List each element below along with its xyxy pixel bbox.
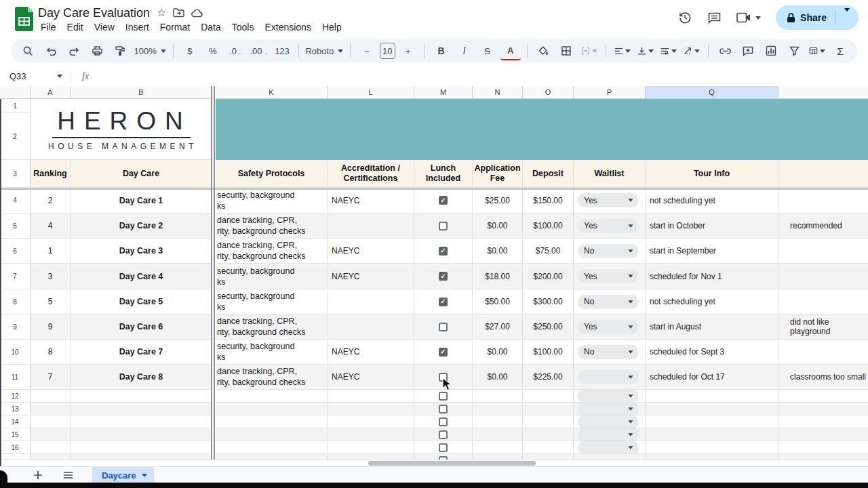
cell-P14[interactable] — [574, 415, 646, 428]
fill-color-icon[interactable] — [533, 42, 553, 60]
cell-note-4[interactable] — [778, 188, 868, 214]
cell-daycare-8[interactable]: Day Care 5 — [71, 289, 212, 314]
cell-deposit-5[interactable]: $100.00 — [523, 214, 574, 239]
cell-deposit-9[interactable]: $250.00 — [523, 314, 574, 340]
row-header-2[interactable]: 2 — [0, 113, 31, 160]
cell-L13[interactable] — [328, 403, 414, 415]
meet-caret-icon[interactable] — [755, 16, 761, 20]
cell-L12[interactable] — [328, 390, 414, 403]
cell-tour-7[interactable]: scheduled for Nov 1 — [646, 264, 778, 289]
header-cell-A[interactable]: Ranking — [31, 160, 71, 188]
bold-button[interactable]: B — [431, 42, 452, 60]
menu-item-help[interactable]: Help — [317, 20, 347, 34]
column-header-L[interactable]: L — [328, 86, 414, 99]
cell-safety-5[interactable]: dance tracking, CPR, rity, background ch… — [216, 214, 328, 239]
cell-B13[interactable] — [71, 403, 212, 415]
cell-accreditation-8[interactable] — [328, 289, 414, 314]
cell-Q12[interactable] — [646, 390, 778, 403]
cell-O13[interactable] — [523, 403, 574, 415]
cell-ranking-10[interactable]: 8 — [31, 340, 71, 365]
cell-B14[interactable] — [71, 415, 212, 428]
cell-safety-10[interactable]: security, background ks — [216, 340, 328, 365]
cell-K14[interactable] — [216, 415, 328, 428]
cell-A16[interactable] — [31, 441, 71, 454]
more-formats-button[interactable]: 123 — [272, 42, 292, 60]
format-currency-button[interactable]: $ — [180, 42, 200, 60]
cell-A17[interactable] — [31, 454, 71, 460]
cell-A13[interactable] — [31, 403, 71, 415]
cell-note-7[interactable] — [778, 264, 868, 289]
waitlist-dropdown[interactable] — [578, 441, 639, 454]
horizontal-scrollbar-thumb[interactable] — [368, 461, 536, 466]
menu-item-insert[interactable]: Insert — [120, 20, 155, 34]
cell-O12[interactable] — [523, 390, 574, 403]
spreadsheet-grid[interactable]: ABKLMNOPQHERONHOUSE MANAGEMENT1234567891… — [0, 86, 868, 460]
cell-tour-5[interactable]: start in October — [646, 214, 778, 239]
menu-item-edit[interactable]: Edit — [62, 20, 89, 34]
cell-ranking-6[interactable]: 1 — [31, 239, 71, 264]
cell-deposit-11[interactable]: $225.00 — [523, 365, 574, 390]
cell-fee-10[interactable]: $0.00 — [473, 340, 523, 365]
share-caret-icon[interactable] — [835, 12, 859, 24]
cell-R16[interactable] — [778, 441, 868, 454]
cell-M15[interactable] — [414, 428, 473, 441]
cell-P12[interactable] — [574, 390, 646, 403]
waitlist-dropdown[interactable] — [578, 370, 639, 384]
version-history-icon[interactable] — [677, 10, 692, 25]
column-header-A[interactable]: A — [31, 86, 71, 99]
cell-deposit-6[interactable]: $75.00 — [523, 239, 574, 264]
cell-safety-6[interactable]: dance tracking, CPR, rity, background ch… — [216, 239, 328, 264]
cell-Q15[interactable] — [646, 428, 778, 441]
increase-decimal-button[interactable]: .00→ — [249, 42, 269, 60]
cloud-saved-icon[interactable] — [191, 9, 203, 18]
cell-deposit-7[interactable]: $200.00 — [523, 264, 574, 289]
waitlist-dropdown[interactable]: No — [578, 295, 639, 309]
cell-R12[interactable] — [778, 390, 868, 403]
cell-N17[interactable] — [473, 454, 523, 460]
cell-accreditation-11[interactable]: NAEYC — [328, 365, 414, 390]
cell-R14[interactable] — [778, 415, 868, 428]
name-box-caret-icon[interactable] — [57, 75, 62, 78]
cell-fee-11[interactable]: $0.00 — [473, 365, 523, 390]
cell-fee-6[interactable]: $0.00 — [473, 239, 523, 264]
cell-A14[interactable] — [31, 415, 71, 428]
text-wrap-icon[interactable] — [658, 42, 679, 60]
header-cell-M[interactable]: LunchIncluded — [414, 160, 473, 188]
menu-item-extensions[interactable]: Extensions — [259, 20, 316, 34]
row-header-16[interactable]: 16 — [0, 441, 31, 454]
name-box[interactable]: Q33 — [0, 71, 68, 81]
row-header-6[interactable]: 6 — [0, 239, 31, 264]
cell-N14[interactable] — [473, 415, 523, 428]
sheets-logo-icon[interactable] — [15, 7, 33, 31]
cell-ranking-11[interactable]: 7 — [31, 365, 71, 390]
cell-lunch-7[interactable]: ✓ — [414, 264, 473, 289]
cell-safety-4[interactable]: security, background ks — [216, 188, 328, 214]
column-header-B[interactable]: B — [71, 86, 212, 99]
cell-accreditation-7[interactable]: NAEYC — [328, 264, 414, 289]
insert-comment-icon[interactable] — [738, 42, 758, 60]
hidden-columns-divider[interactable] — [211, 86, 212, 460]
cell-deposit-8[interactable]: $300.00 — [523, 289, 574, 314]
comments-icon[interactable] — [707, 11, 722, 25]
cell-accreditation-5[interactable] — [328, 214, 414, 239]
cell-M13[interactable] — [414, 403, 473, 415]
cell-K15[interactable] — [216, 428, 328, 441]
menu-item-file[interactable]: File — [35, 20, 62, 34]
borders-icon[interactable] — [556, 42, 576, 60]
cell-P15[interactable] — [574, 428, 646, 441]
redo-icon[interactable] — [64, 42, 84, 60]
waitlist-dropdown[interactable] — [578, 403, 639, 415]
doc-title[interactable]: Day Care Evaluation — [38, 6, 150, 20]
lunch-checkbox-unchecked[interactable] — [439, 443, 448, 452]
cell-R17[interactable] — [778, 454, 868, 460]
lunch-checkbox-unchecked[interactable] — [439, 323, 448, 331]
cell-safety-8[interactable]: security, background ks — [216, 289, 328, 314]
row-header-12[interactable]: 12 — [0, 390, 31, 403]
cell-L17[interactable] — [328, 454, 414, 460]
decrease-decimal-button[interactable]: .0← — [226, 42, 246, 60]
cell-deposit-10[interactable]: $100.00 — [523, 340, 574, 365]
cell-ranking-4[interactable]: 2 — [31, 188, 71, 214]
font-select[interactable]: Roboto — [305, 42, 344, 60]
cell-fee-7[interactable]: $18.00 — [473, 264, 523, 289]
cell-ranking-5[interactable]: 4 — [31, 214, 71, 239]
